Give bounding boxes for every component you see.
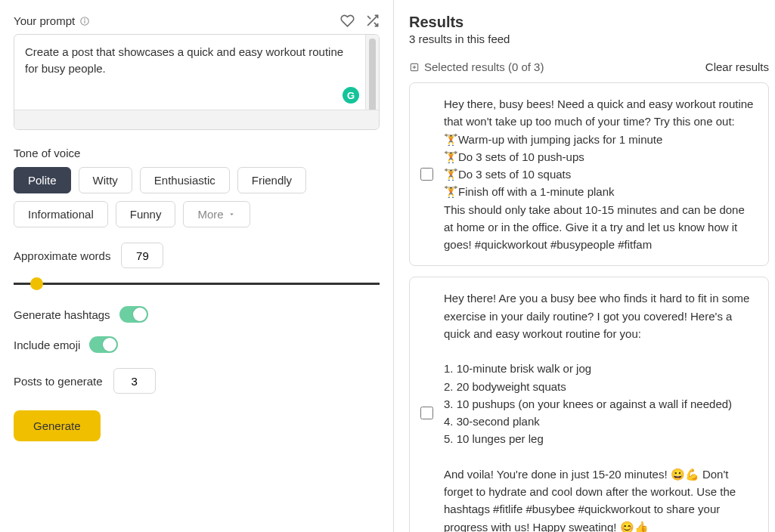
results-title: Results <box>409 14 769 31</box>
result-checkbox[interactable] <box>420 168 433 181</box>
posts-label: Posts to generate <box>14 375 103 388</box>
tone-witty[interactable]: Witty <box>79 167 132 193</box>
posts-input[interactable] <box>113 368 156 394</box>
emoji-label: Include emoji <box>14 339 80 351</box>
approx-words-slider[interactable] <box>14 276 380 292</box>
result-text: Hey there, busy bees! Need a quick and e… <box>444 95 755 253</box>
prompt-textarea-wrap: G <box>14 34 380 130</box>
result-card: Hey there, busy bees! Need a quick and e… <box>409 82 769 266</box>
result-card: Hey there! Are you a busy bee who finds … <box>409 277 769 532</box>
results-subtitle: 3 results in this feed <box>409 32 769 45</box>
textarea-footer <box>14 110 379 129</box>
shuffle-icon[interactable] <box>365 14 380 28</box>
tone-label: Tone of voice <box>14 147 380 159</box>
tone-friendly[interactable]: Friendly <box>237 167 306 193</box>
tone-funny[interactable]: Funny <box>116 201 176 227</box>
tone-informational[interactable]: Informational <box>14 201 108 227</box>
svg-point-2 <box>85 18 85 19</box>
clear-results-button[interactable]: Clear results <box>705 60 769 73</box>
emoji-toggle[interactable] <box>89 336 118 353</box>
svg-line-5 <box>367 16 370 19</box>
selected-results-label: Selected results (0 of 3) <box>424 60 544 73</box>
prompt-textarea[interactable] <box>14 35 379 107</box>
prompt-label: Your prompt <box>14 14 75 27</box>
approx-words-input[interactable] <box>121 243 163 268</box>
approx-words-label: Approximate words <box>14 249 110 262</box>
heart-icon[interactable] <box>340 14 355 28</box>
tone-polite[interactable]: Polite <box>14 167 71 193</box>
result-text: Hey there! Are you a busy bee who finds … <box>444 289 755 532</box>
info-icon[interactable] <box>79 16 90 26</box>
tone-more-button[interactable]: More <box>183 201 250 227</box>
grammarly-icon[interactable]: G <box>343 87 359 104</box>
tone-enthusiastic[interactable]: Enthusiastic <box>140 167 230 193</box>
hashtags-toggle[interactable] <box>119 306 148 323</box>
expand-selected[interactable]: Selected results (0 of 3) <box>409 60 544 73</box>
result-checkbox[interactable] <box>420 407 433 419</box>
generate-button[interactable]: Generate <box>14 410 101 441</box>
hashtags-label: Generate hashtags <box>14 308 110 321</box>
tone-options: PoliteWittyEnthusiasticFriendlyInformati… <box>14 167 380 227</box>
